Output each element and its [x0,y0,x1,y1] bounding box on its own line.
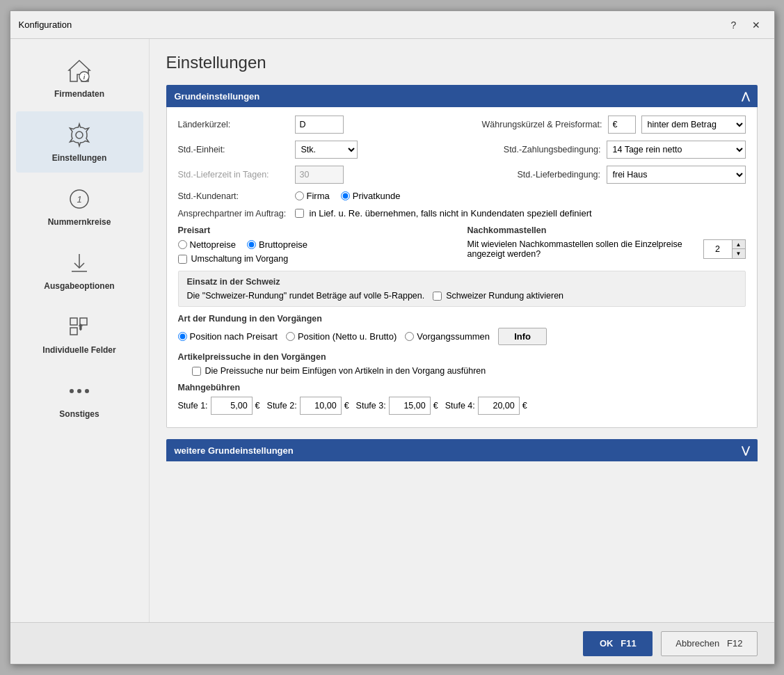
artikelpreissuche-checkbox[interactable] [192,367,201,376]
grundeinstellungen-header: Grundeinstellungen ⋀ [166,85,758,107]
help-button[interactable]: ? [724,15,744,35]
spinner-buttons: ▲ ▼ [732,240,745,258]
spinner-up-btn[interactable]: ▲ [733,240,745,249]
rundung-position-netto-brutto-option[interactable]: Position (Netto u. Brutto) [286,331,397,342]
nettopreise-label: Nettopreise [190,239,236,250]
stufe4-input[interactable] [478,397,520,415]
sidebar-item-einstellungen[interactable]: Einstellungen [16,111,143,173]
schweizer-rundung-checkbox[interactable] [433,292,442,301]
sidebar-item-ausgabeoptionen[interactable]: Ausgabeoptionen [16,239,143,301]
nachkomma-box: Nachkommastellen Mit wievielen Nachkomma… [467,225,746,264]
nachkomma-input[interactable] [704,240,732,258]
rundung-vorgangssummen-label: Vorgangssummen [417,331,490,342]
bruttopreise-option[interactable]: Bruttopreise [247,239,307,250]
std-kundenart-label: Std.-Kundenart: [178,191,289,201]
waehrung-symbol-input[interactable] [608,116,636,134]
stufe4-label: Stufe 4: [445,401,475,411]
rundung-label: Art der Rundung in den Vorgängen [178,314,746,324]
umschaltung-checkbox[interactable] [178,255,187,264]
weitere-collapse-icon[interactable]: ⋁ [742,445,749,456]
sidebar-item-sonstiges[interactable]: Sonstiges [16,367,143,429]
svg-rect-8 [70,318,77,325]
close-button[interactable]: ✕ [746,15,766,35]
nachkomma-title: Nachkommastellen [467,225,746,235]
waehrung-position-select[interactable]: hinter dem Betrag vor dem Betrag [641,116,746,134]
kundenart-radio-group: Firma Privatkunde [295,191,401,201]
row-einheit-zahlung: Std.-Einheit: Stk. Std. m kg Std.-Zahlun… [178,141,746,159]
rundung-vorgangssummen-option[interactable]: Vorgangssummen [405,331,490,342]
stufe3-label: Stufe 3: [356,401,386,411]
artikelpreissuche-option[interactable]: Die Preissuche nur beim Einfügen von Art… [192,366,746,376]
sidebar-label-ausgabeoptionen: Ausgabeoptionen [44,281,114,291]
main-content: i Firmendaten Einstellungen [10,39,774,622]
bruttopreise-radio[interactable] [247,240,256,249]
kundenart-firma-option[interactable]: Firma [295,191,330,201]
rundung-vorgangssummen-radio[interactable] [405,332,414,341]
kundenart-firma-radio[interactable] [295,191,304,200]
kundenart-privatkunde-radio[interactable] [341,191,350,200]
artikelpreissuche-label: Artikelpreissuche in den Vorgängen [178,352,746,362]
rundung-position-preisart-radio[interactable] [178,332,187,341]
stufe2-input[interactable] [300,397,342,415]
collapse-icon[interactable]: ⋀ [742,90,749,102]
cancel-label: Abbrechen [675,638,719,649]
std-lieferzeit-input[interactable] [295,166,344,184]
row-kundenart: Std.-Kundenart: Firma Privatkunde [178,191,746,201]
sidebar-item-firmendaten[interactable]: i Firmendaten [16,47,143,109]
stufe3-currency: € [433,401,438,411]
svg-rect-10 [70,328,77,335]
waehrung-label: Währungskürzel & Preisformat: [482,120,602,129]
weitere-grundeinstellungen-title: weitere Grundeinstellungen [175,445,294,456]
sidebar-item-nummernkreise[interactable]: 1 Nummernkreise [16,175,143,237]
stufe1-input[interactable] [211,397,253,415]
sidebar-label-nummernkreise: Nummernkreise [48,217,111,227]
sidebar-item-individuelle-felder[interactable]: Individuelle Felder [16,303,143,365]
rundung-row: Position nach Preisart Position (Netto u… [178,328,746,345]
kundenart-privatkunde-label: Privatkunde [353,191,401,201]
sidebar-label-einstellungen: Einstellungen [52,153,107,163]
preisart-radio-group: Nettopreise Bruttopreise [178,239,456,250]
std-einheit-select[interactable]: Stk. Std. m kg [295,141,358,159]
spinner-down-btn[interactable]: ▼ [733,249,745,258]
std-lieferbedingung-select[interactable]: frei Haus ab Werk frei Empfänger [607,166,746,184]
stufe2-group: Stufe 2: € [267,397,349,415]
row-laender-waehrung: Länderkürzel: Währungskürzel & Preisform… [178,116,746,134]
laenderkuerzel-input[interactable] [295,116,344,134]
ok-shortcut: F11 [621,638,636,649]
svg-text:1: 1 [77,194,81,205]
svg-point-12 [70,389,74,393]
umschaltung-label: Umschaltung im Vorgang [191,254,289,264]
bottom-bar: OK F11 Abbrechen F12 [10,622,774,664]
sidebar: i Firmendaten Einstellungen [10,39,150,622]
std-zahlung-select[interactable]: 14 Tage rein netto Sofort netto 7 Tage r… [607,141,746,159]
info-button[interactable]: Info [498,328,547,345]
weitere-grundeinstellungen-section: weitere Grundeinstellungen ⋁ [166,439,758,461]
stufe2-label: Stufe 2: [267,401,297,411]
home-info-icon: i [65,57,93,85]
kundenart-privatkunde-option[interactable]: Privatkunde [341,191,401,201]
std-lieferbedingung-label: Std.-Lieferbedingung: [518,170,601,180]
cancel-shortcut: F12 [727,638,742,649]
umschaltung-option[interactable]: Umschaltung im Vorgang [178,254,456,264]
rundung-position-netto-brutto-radio[interactable] [286,332,295,341]
nachkomma-text: Mit wievielen Nachkommastellen sollen di… [467,239,695,259]
stufe3-input[interactable] [389,397,431,415]
rundung-position-preisart-option[interactable]: Position nach Preisart [178,331,278,342]
ansprechpartner-checkbox[interactable] [295,209,304,218]
stufe1-group: Stufe 1: € [178,397,260,415]
konfiguration-window: Konfiguration ? ✕ i Firmendaten [10,10,775,665]
sidebar-label-firmendaten: Firmendaten [54,89,104,99]
ok-button[interactable]: OK F11 [583,631,653,656]
settings-icon [65,121,93,149]
nettopreise-radio[interactable] [178,240,187,249]
schweiz-row: Die "Schweizer-Rundung" rundet Beträge a… [187,291,737,301]
cancel-button[interactable]: Abbrechen F12 [661,631,757,656]
mahngebuehren-row: Stufe 1: € Stufe 2: € Stufe 3: [178,397,746,415]
nettopreise-option[interactable]: Nettopreise [178,239,236,250]
schweizer-rundung-option[interactable]: Schweizer Rundung aktivieren [433,291,563,301]
schweizer-rundung-label: Schweizer Rundung aktivieren [446,291,563,301]
kundenart-firma-label: Firma [307,191,330,201]
rundung-position-netto-brutto-label: Position (Netto u. Brutto) [298,331,397,342]
stufe2-currency: € [344,401,349,411]
ansprechpartner-label: Ansprechpartner im Auftrag: [178,209,289,219]
